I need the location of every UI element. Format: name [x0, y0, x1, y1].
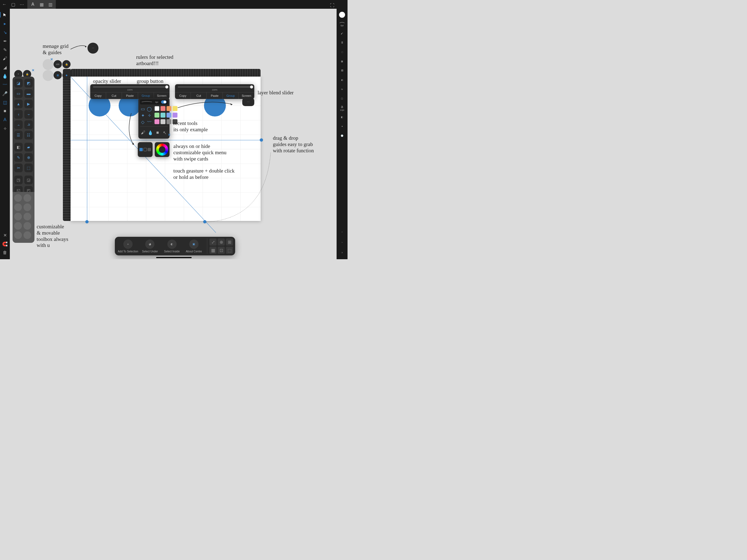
guide-horizontal[interactable] [71, 140, 261, 140]
swatches-panel-icon[interactable]: ▦ [338, 57, 346, 65]
stroke-width[interactable]: 0pt [338, 20, 346, 28]
floating-toolbox[interactable]: ◪◩ ▭▬ ▲▶ ⫞⫟ ⫠⫡ ☰☷ ◧▰ ✎⊕ ✂⬚ ◳◲ ◱◰ [12, 77, 34, 199]
more-button[interactable]: ⋯ [18, 0, 26, 9]
close-icon[interactable]: ✕ [50, 57, 53, 61]
horizontal-ruler[interactable] [71, 69, 261, 77]
empty-slot[interactable] [14, 213, 22, 221]
back-button[interactable]: ← [0, 0, 9, 9]
close-icon[interactable]: ✕ [168, 133, 171, 137]
brush-panel-icon[interactable]: 🖌 [338, 29, 346, 37]
empty-slot[interactable] [14, 203, 22, 211]
recent-bottom-tool[interactable]: 🖌 [140, 129, 146, 136]
next-button[interactable]: › [338, 238, 346, 246]
toolbox-item[interactable]: ✂ [14, 163, 23, 172]
toolbox-item[interactable]: ☷ [24, 131, 33, 139]
copy-button[interactable]: Copy [90, 93, 106, 99]
close-icon[interactable]: ✕ [32, 68, 34, 72]
corner-tool[interactable]: ↘ [1, 28, 9, 36]
swatch[interactable] [166, 106, 172, 111]
toolbox-item[interactable]: ◩ [24, 79, 33, 87]
toolbox-item[interactable]: ▰ [24, 143, 33, 152]
swatch[interactable] [173, 106, 177, 111]
grid-lock-button[interactable]: 🔒 [62, 60, 71, 68]
add-to-selection-button[interactable]: ＋Add To Selection [117, 239, 139, 253]
adjust-panel-icon[interactable]: ◐ [338, 76, 346, 84]
snap-panel-icon[interactable]: ✦ [338, 123, 346, 130]
toolbox-item[interactable]: ⫟ [24, 110, 33, 119]
text-tool[interactable]: A [1, 116, 9, 124]
grid-chip[interactable] [43, 70, 54, 81]
toolbox-item[interactable]: ▭ [14, 89, 23, 98]
toolbox-item[interactable]: ◪ [14, 79, 23, 87]
toolbox-item[interactable]: ⫠ [14, 120, 23, 129]
pencil-tool[interactable]: ✎ [1, 46, 9, 54]
empty-slot[interactable] [14, 194, 22, 202]
pen-tool[interactable]: ✒ [1, 37, 9, 45]
toolbox-item[interactable]: ▶ [24, 100, 33, 108]
toggle-icon[interactable] [161, 100, 166, 104]
grid9-panel-icon[interactable]: ▢ [338, 95, 346, 102]
guides-toggle-button[interactable]: ◆ [62, 71, 71, 79]
brush-width-readout[interactable]: 0pt [140, 100, 168, 104]
mic-tool[interactable]: 🎤 [1, 90, 9, 97]
toolbox-item[interactable]: ◲ [24, 176, 33, 184]
empty-slot[interactable] [24, 222, 31, 230]
guide-handle[interactable] [260, 138, 263, 142]
transform-button[interactable]: ⊕ [217, 238, 225, 246]
vertical-ruler[interactable] [63, 77, 71, 221]
opacity-slider[interactable] [93, 86, 167, 87]
transform-button[interactable]: ⬚ [226, 247, 233, 254]
grid-more-button[interactable]: ⋯ [87, 43, 98, 54]
font-panel-icon[interactable]: a 12pt [338, 104, 346, 111]
help-button[interactable]: ? [338, 249, 346, 256]
eyedropper-tool[interactable]: 💧 [1, 72, 9, 80]
fill-color-swatch[interactable] [338, 11, 346, 19]
fill-tool[interactable]: ◢ [1, 63, 9, 71]
cut-button[interactable]: Cut [190, 93, 206, 99]
recent-tool[interactable]: ▭ [140, 106, 146, 111]
document-button[interactable]: ▢ [9, 0, 18, 9]
empty-slot[interactable] [24, 203, 31, 211]
recent-tool[interactable]: ✦ [140, 113, 146, 118]
transform-button[interactable]: ▦ [209, 247, 216, 254]
recent-bottom-tool[interactable]: ↖ [162, 129, 168, 136]
toolbox-item[interactable]: ☰ [14, 131, 23, 139]
brush-tool[interactable]: 🖌 [1, 55, 9, 62]
cut-button[interactable]: Cut [106, 93, 122, 99]
transform-button[interactable]: ⤢ [209, 238, 216, 246]
stock-panel-icon[interactable]: 🖼 [338, 67, 346, 74]
swatch[interactable] [166, 119, 172, 124]
blend-slider[interactable] [178, 86, 252, 87]
guide-handle[interactable] [203, 220, 206, 223]
recent-bottom-tool[interactable]: ■ [154, 129, 161, 136]
empty-slot[interactable] [24, 194, 31, 202]
empty-slot[interactable] [14, 222, 22, 230]
copy-button[interactable]: Copy [175, 93, 190, 99]
wand-tool[interactable]: ✧ [1, 125, 9, 132]
rect-tool[interactable]: ■ [1, 107, 9, 115]
trash-button[interactable]: 🗑 [1, 249, 9, 256]
toolbox-item[interactable]: ⊕ [24, 153, 33, 162]
magnet-button[interactable]: 🧲 [1, 240, 9, 248]
close-button[interactable]: ✕ [1, 231, 9, 239]
grid-toggle-button[interactable]: ▦ [54, 71, 62, 79]
transform-button[interactable]: ⊡ [217, 247, 225, 254]
color-wheel-card[interactable] [155, 142, 170, 157]
about-centre-button[interactable]: ▣About Centre [183, 239, 205, 253]
recent-tool[interactable]: ◇ [140, 119, 146, 125]
fx2-panel-icon[interactable]: fx [338, 85, 346, 93]
recent-tool[interactable]: ◯ [147, 106, 152, 111]
toolbox-item[interactable]: ▬ [24, 89, 33, 98]
paste-button[interactable]: Paste [206, 93, 222, 99]
vector-brush-tool[interactable]: 〰 [1, 81, 9, 88]
paste-button[interactable]: Paste [122, 93, 137, 99]
guide-vertical[interactable] [87, 77, 87, 221]
recent-bottom-tool[interactable]: 💧 [147, 129, 154, 136]
toolbox-item[interactable]: ◧ [14, 143, 23, 152]
swatch[interactable] [160, 106, 165, 111]
swatch[interactable] [154, 106, 159, 111]
move-tool[interactable] [1, 11, 9, 19]
quick-menu-card[interactable] [138, 142, 153, 157]
swatch[interactable] [160, 113, 165, 118]
swatch[interactable] [154, 119, 159, 124]
